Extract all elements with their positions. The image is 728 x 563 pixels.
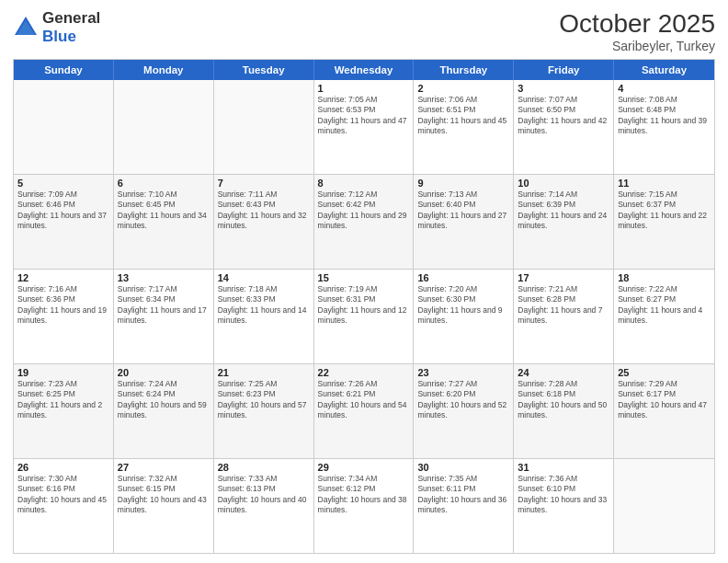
cell-info-text: Sunrise: 7:25 AMSunset: 6:23 PMDaylight:… — [218, 379, 310, 421]
calendar: SundayMondayTuesdayWednesdayThursdayFrid… — [13, 59, 715, 554]
cell-day-number: 24 — [518, 367, 609, 378]
cell-info-text: Sunrise: 7:29 AMSunset: 6:17 PMDaylight:… — [618, 379, 711, 421]
cell-day-number: 10 — [518, 178, 609, 189]
calendar-cell-8: 8Sunrise: 7:12 AMSunset: 6:42 PMDaylight… — [314, 175, 415, 269]
calendar-cell-21: 21Sunrise: 7:25 AMSunset: 6:23 PMDayligh… — [214, 364, 314, 458]
calendar-cell-24: 24Sunrise: 7:28 AMSunset: 6:18 PMDayligh… — [514, 364, 614, 458]
calendar-cell-3: 3Sunrise: 7:07 AMSunset: 6:50 PMDaylight… — [514, 80, 614, 174]
weekday-header-monday: Monday — [114, 60, 214, 80]
cell-day-number: 7 — [218, 178, 310, 189]
cell-info-text: Sunrise: 7:05 AMSunset: 6:53 PMDaylight:… — [318, 95, 410, 137]
calendar-cell-10: 10Sunrise: 7:14 AMSunset: 6:39 PMDayligh… — [514, 175, 614, 269]
cell-info-text: Sunrise: 7:08 AMSunset: 6:48 PMDaylight:… — [618, 95, 711, 137]
cell-day-number: 5 — [17, 178, 109, 189]
calendar-cell-31: 31Sunrise: 7:36 AMSunset: 6:10 PMDayligh… — [514, 459, 614, 553]
calendar-cell-16: 16Sunrise: 7:20 AMSunset: 6:30 PMDayligh… — [414, 270, 514, 363]
cell-info-text: Sunrise: 7:19 AMSunset: 6:31 PMDaylight:… — [318, 284, 410, 327]
cell-day-number: 19 — [17, 367, 109, 378]
cell-info-text: Sunrise: 7:15 AMSunset: 6:37 PMDaylight:… — [618, 190, 711, 232]
title-block: October 2025 Saribeyler, Turkey — [559, 9, 715, 53]
cell-info-text: Sunrise: 7:10 AMSunset: 6:45 PMDaylight:… — [118, 190, 210, 232]
month-year: October 2025 — [559, 9, 715, 39]
calendar-cell-22: 22Sunrise: 7:26 AMSunset: 6:21 PMDayligh… — [314, 364, 415, 458]
header: General Blue October 2025 Saribeyler, Tu… — [13, 9, 715, 53]
cell-info-text: Sunrise: 7:11 AMSunset: 6:43 PMDaylight:… — [218, 190, 310, 232]
cell-day-number: 20 — [118, 367, 210, 378]
cell-day-number: 18 — [618, 272, 711, 283]
cell-info-text: Sunrise: 7:20 AMSunset: 6:30 PMDaylight:… — [417, 284, 509, 327]
calendar-cell-9: 9Sunrise: 7:13 AMSunset: 6:40 PMDaylight… — [414, 175, 514, 269]
cell-info-text: Sunrise: 7:23 AMSunset: 6:25 PMDaylight:… — [17, 379, 109, 421]
calendar-cell-7: 7Sunrise: 7:11 AMSunset: 6:43 PMDaylight… — [214, 175, 314, 269]
calendar-row-1: 1Sunrise: 7:05 AMSunset: 6:53 PMDaylight… — [14, 80, 714, 174]
cell-info-text: Sunrise: 7:06 AMSunset: 6:51 PMDaylight:… — [417, 95, 509, 137]
cell-day-number: 17 — [518, 272, 609, 283]
calendar-cell-15: 15Sunrise: 7:19 AMSunset: 6:31 PMDayligh… — [314, 270, 415, 363]
calendar-cell-2: 2Sunrise: 7:06 AMSunset: 6:51 PMDaylight… — [414, 80, 514, 174]
cell-info-text: Sunrise: 7:30 AMSunset: 6:16 PMDaylight:… — [17, 474, 109, 516]
calendar-cell-4: 4Sunrise: 7:08 AMSunset: 6:48 PMDaylight… — [614, 80, 714, 174]
calendar-cell-25: 25Sunrise: 7:29 AMSunset: 6:17 PMDayligh… — [614, 364, 714, 458]
calendar-cell-empty-0-1 — [114, 80, 214, 174]
calendar-row-3: 12Sunrise: 7:16 AMSunset: 6:36 PMDayligh… — [14, 269, 714, 363]
calendar-cell-12: 12Sunrise: 7:16 AMSunset: 6:36 PMDayligh… — [14, 270, 114, 363]
calendar-cell-28: 28Sunrise: 7:33 AMSunset: 6:13 PMDayligh… — [214, 459, 314, 553]
cell-day-number: 27 — [118, 462, 210, 473]
logo: General Blue — [13, 9, 100, 45]
calendar-page: General Blue October 2025 Saribeyler, Tu… — [0, 0, 728, 563]
weekday-header-sunday: Sunday — [14, 60, 114, 80]
cell-info-text: Sunrise: 7:27 AMSunset: 6:20 PMDaylight:… — [417, 379, 509, 421]
cell-info-text: Sunrise: 7:18 AMSunset: 6:33 PMDaylight:… — [218, 284, 310, 327]
cell-day-number: 6 — [118, 178, 210, 189]
logo-text: General Blue — [42, 9, 100, 45]
calendar-cell-20: 20Sunrise: 7:24 AMSunset: 6:24 PMDayligh… — [114, 364, 214, 458]
cell-info-text: Sunrise: 7:24 AMSunset: 6:24 PMDaylight:… — [118, 379, 210, 421]
calendar-row-2: 5Sunrise: 7:09 AMSunset: 6:46 PMDaylight… — [14, 174, 714, 269]
cell-day-number: 13 — [118, 272, 210, 283]
cell-day-number: 28 — [218, 462, 310, 473]
cell-day-number: 9 — [417, 178, 509, 189]
weekday-header-saturday: Saturday — [614, 60, 714, 80]
cell-info-text: Sunrise: 7:36 AMSunset: 6:10 PMDaylight:… — [518, 474, 609, 516]
cell-info-text: Sunrise: 7:32 AMSunset: 6:15 PMDaylight:… — [118, 474, 210, 516]
cell-info-text: Sunrise: 7:07 AMSunset: 6:50 PMDaylight:… — [518, 95, 609, 137]
cell-info-text: Sunrise: 7:13 AMSunset: 6:40 PMDaylight:… — [417, 190, 509, 232]
cell-info-text: Sunrise: 7:12 AMSunset: 6:42 PMDaylight:… — [318, 190, 410, 232]
cell-info-text: Sunrise: 7:22 AMSunset: 6:27 PMDaylight:… — [618, 284, 711, 327]
weekday-header-friday: Friday — [514, 60, 614, 80]
calendar-cell-5: 5Sunrise: 7:09 AMSunset: 6:46 PMDaylight… — [14, 175, 114, 269]
calendar-cell-18: 18Sunrise: 7:22 AMSunset: 6:27 PMDayligh… — [614, 270, 714, 363]
cell-day-number: 15 — [318, 272, 410, 283]
cell-day-number: 30 — [417, 462, 509, 473]
calendar-cell-30: 30Sunrise: 7:35 AMSunset: 6:11 PMDayligh… — [414, 459, 514, 553]
cell-info-text: Sunrise: 7:35 AMSunset: 6:11 PMDaylight:… — [417, 474, 509, 516]
calendar-cell-11: 11Sunrise: 7:15 AMSunset: 6:37 PMDayligh… — [614, 175, 714, 269]
calendar-cell-1: 1Sunrise: 7:05 AMSunset: 6:53 PMDaylight… — [314, 80, 415, 174]
logo-icon — [13, 15, 39, 40]
cell-day-number: 12 — [17, 272, 109, 283]
cell-day-number: 1 — [318, 83, 410, 94]
calendar-row-4: 19Sunrise: 7:23 AMSunset: 6:25 PMDayligh… — [14, 363, 714, 458]
cell-day-number: 16 — [417, 272, 509, 283]
cell-day-number: 26 — [17, 462, 109, 473]
cell-info-text: Sunrise: 7:17 AMSunset: 6:34 PMDaylight:… — [118, 284, 210, 327]
cell-day-number: 31 — [518, 462, 609, 473]
calendar-cell-23: 23Sunrise: 7:27 AMSunset: 6:20 PMDayligh… — [414, 364, 514, 458]
calendar-cell-empty-0-2 — [214, 80, 314, 174]
calendar-cell-17: 17Sunrise: 7:21 AMSunset: 6:28 PMDayligh… — [514, 270, 614, 363]
cell-day-number: 14 — [218, 272, 310, 283]
cell-day-number: 25 — [618, 367, 711, 378]
location: Saribeyler, Turkey — [559, 39, 715, 53]
cell-info-text: Sunrise: 7:28 AMSunset: 6:18 PMDaylight:… — [518, 379, 609, 421]
cell-info-text: Sunrise: 7:26 AMSunset: 6:21 PMDaylight:… — [318, 379, 410, 421]
calendar-header-row: SundayMondayTuesdayWednesdayThursdayFrid… — [14, 60, 714, 80]
cell-day-number: 3 — [518, 83, 609, 94]
cell-info-text: Sunrise: 7:09 AMSunset: 6:46 PMDaylight:… — [17, 190, 109, 232]
calendar-row-5: 26Sunrise: 7:30 AMSunset: 6:16 PMDayligh… — [14, 458, 714, 553]
weekday-header-thursday: Thursday — [414, 60, 514, 80]
cell-info-text: Sunrise: 7:34 AMSunset: 6:12 PMDaylight:… — [318, 474, 410, 516]
logo-general: General — [42, 9, 100, 28]
calendar-cell-empty-4-6 — [614, 459, 714, 553]
calendar-cell-empty-0-0 — [14, 80, 114, 174]
calendar-cell-19: 19Sunrise: 7:23 AMSunset: 6:25 PMDayligh… — [14, 364, 114, 458]
